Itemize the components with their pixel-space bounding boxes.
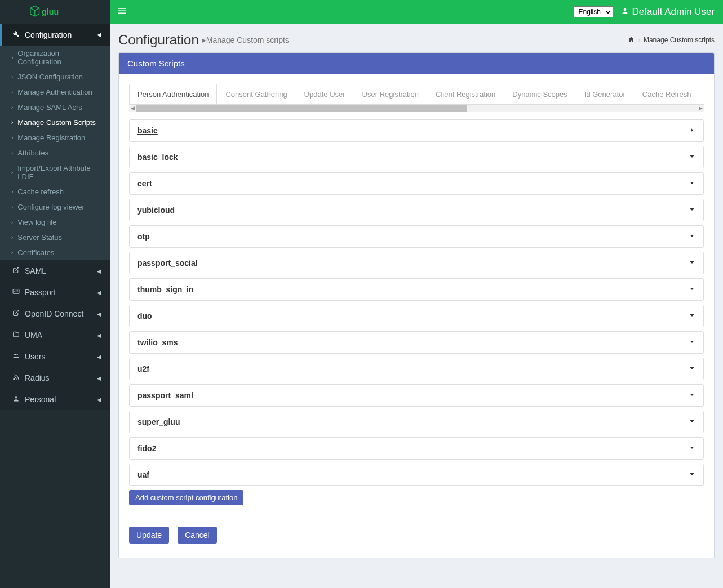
script-header-uaf[interactable]: uaf (130, 464, 703, 485)
nav-personal[interactable]: Personal ◀ (0, 389, 110, 410)
script-header-otp[interactable]: otp (130, 226, 703, 247)
script-header-fido2[interactable]: fido2 (130, 438, 703, 459)
user-menu[interactable]: Default Admin User (621, 6, 715, 17)
script-header-passport-saml[interactable]: passport_saml (130, 385, 703, 406)
subnav-json-config[interactable]: ›JSON Configuration (0, 69, 110, 84)
scrollbar-track[interactable] (136, 105, 697, 112)
chevron-down-icon (689, 285, 695, 294)
subnav-certificates[interactable]: ›Certificates (0, 245, 110, 260)
script-item: super_gluu (129, 411, 704, 433)
tab-cache-refresh[interactable]: Cache Refresh (634, 84, 700, 105)
chevron-right-icon (689, 126, 695, 135)
chevron-left-icon: ◀ (97, 32, 101, 38)
chevron-down-icon (689, 232, 695, 241)
tab-id-generator[interactable]: Id Generator (576, 84, 634, 105)
chevron-right-icon: › (11, 89, 13, 95)
users-icon (10, 352, 21, 361)
script-item: basic_lock (129, 146, 704, 168)
script-item: u2f (129, 358, 704, 380)
script-header-thumb-sign-in[interactable]: thumb_sign_in (130, 279, 703, 300)
chevron-right-icon: › (11, 74, 13, 80)
chevron-down-icon (689, 364, 695, 373)
subnav-attributes[interactable]: ›Attributes (0, 145, 110, 161)
chevron-down-icon (689, 391, 695, 400)
chevron-right-icon: › (11, 135, 13, 141)
subnav-cache-refresh[interactable]: ›Cache refresh (0, 184, 110, 199)
chevron-down-icon (689, 259, 695, 268)
nav-saml[interactable]: SAML ◀ (0, 260, 110, 282)
svg-point-9 (14, 354, 16, 355)
script-item: twilio_sms (129, 331, 704, 354)
script-header-passport-social[interactable]: passport_social (130, 252, 703, 274)
svg-point-12 (15, 396, 17, 398)
nav-radius-label: Radius (25, 373, 50, 382)
nav-configuration[interactable]: Configuration ◀ (0, 24, 110, 46)
folder-icon (10, 331, 21, 340)
subnav-server-status[interactable]: ›Server Status (0, 230, 110, 245)
script-header-super-gluu[interactable]: super_gluu (130, 411, 703, 433)
chevron-right-icon: › (11, 55, 13, 61)
chevron-right-icon: › (11, 170, 13, 176)
chevron-left-icon: ◀ (97, 311, 101, 317)
scroll-left-icon[interactable]: ◀ (129, 105, 136, 112)
rss-icon (10, 373, 21, 382)
user-label: Default Admin User (632, 6, 715, 17)
brand-logo[interactable]: gluu (0, 0, 110, 24)
script-item: yubicloud (129, 199, 704, 221)
subnav-org-config[interactable]: ›Organization Configuration (0, 46, 110, 69)
script-header-cert[interactable]: cert (130, 173, 703, 194)
svg-point-16 (623, 8, 626, 11)
home-icon[interactable] (628, 36, 635, 44)
subnav-configure-log-viewer[interactable]: ›Configure log viewer (0, 199, 110, 215)
script-header-duo[interactable]: duo (130, 305, 703, 327)
chevron-down-icon (689, 206, 695, 215)
chevron-down-icon (689, 153, 695, 162)
tab-person-authentication[interactable]: Person Authentication (129, 84, 217, 105)
chevron-down-icon (689, 311, 695, 320)
tab-consent-gathering[interactable]: Consent Gathering (217, 84, 295, 105)
script-item: uaf (129, 464, 704, 486)
subnav-manage-registration[interactable]: ›Manage Registration (0, 130, 110, 145)
subnav-manage-authentication[interactable]: ›Manage Authentication (0, 84, 110, 100)
chevron-down-icon (689, 338, 695, 347)
tab-user-registration[interactable]: User Registration (354, 84, 427, 105)
gluu-logo-icon: gluu (29, 5, 81, 19)
script-header-yubicloud[interactable]: yubicloud (130, 199, 703, 221)
sidebar-menu: Configuration ◀ ›Organization Configurat… (0, 24, 110, 410)
subnav-view-log-file[interactable]: ›View log file (0, 215, 110, 230)
nav-passport[interactable]: Passport ◀ (0, 282, 110, 303)
svg-point-5 (14, 291, 15, 292)
script-header-twilio-sms[interactable]: twilio_sms (130, 332, 703, 353)
tab-update-user[interactable]: Update User (296, 84, 354, 105)
script-header-basic-lock[interactable]: basic_lock (130, 146, 703, 168)
page-subtitle: ▸Manage Custom scripts (202, 35, 289, 44)
tab-uma-rpt-policies[interactable]: UMA RPT Policies (700, 84, 704, 105)
cancel-button[interactable]: Cancel (178, 527, 217, 544)
sidebar-toggle[interactable] (118, 7, 126, 17)
subnav-manage-custom-scripts[interactable]: ›Manage Custom Scripts (0, 115, 110, 130)
update-button[interactable]: Update (129, 527, 169, 544)
nav-radius[interactable]: Radius ◀ (0, 367, 110, 389)
tabs-scrollbar[interactable]: ◀ ▶ (129, 105, 704, 112)
breadcrumb-current: Manage Custom scripts (644, 36, 715, 44)
page-title: Configuration (118, 32, 199, 48)
subnav-manage-saml-acrs[interactable]: ›Manage SAML Acrs (0, 100, 110, 115)
subnav-import-export-ldif[interactable]: ›Import/Export Attribute LDIF (0, 161, 110, 184)
nav-users[interactable]: Users ◀ (0, 346, 110, 367)
script-header-basic[interactable]: basic (130, 120, 703, 141)
add-script-button[interactable]: Add custom script configuration (129, 490, 243, 505)
tab-client-registration[interactable]: Client Registration (427, 84, 504, 105)
scripts-accordion: basic basic_lock cert yubicloud otp pass… (129, 119, 704, 486)
tab-dynamic-scopes[interactable]: Dynamic Scopes (504, 84, 576, 105)
scroll-right-icon[interactable]: ▶ (697, 105, 704, 112)
chevron-right-icon: › (11, 250, 13, 256)
language-select[interactable]: English (574, 6, 613, 17)
script-item: passport_saml (129, 384, 704, 407)
nav-uma[interactable]: UMA ◀ (0, 324, 110, 346)
nav-users-label: Users (25, 352, 46, 361)
svg-rect-4 (13, 289, 19, 294)
script-header-u2f[interactable]: u2f (130, 358, 703, 380)
scrollbar-thumb[interactable] (136, 105, 467, 112)
external-link-icon (10, 266, 21, 275)
nav-openid[interactable]: OpenID Connect ◀ (0, 303, 110, 324)
